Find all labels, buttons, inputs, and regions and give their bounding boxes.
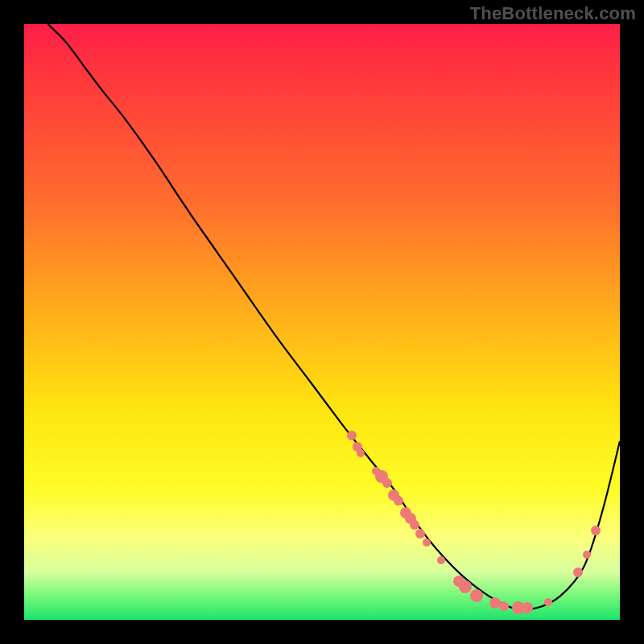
data-point bbox=[591, 526, 601, 535]
data-point bbox=[423, 539, 431, 547]
data-point bbox=[382, 478, 392, 488]
data-point bbox=[394, 496, 403, 506]
data-point bbox=[357, 449, 365, 457]
data-point bbox=[583, 551, 591, 559]
data-point bbox=[437, 556, 445, 564]
data-point bbox=[499, 601, 509, 611]
data-point bbox=[544, 598, 552, 606]
plot-area bbox=[24, 24, 620, 620]
chart-frame: TheBottleneck.com bbox=[0, 0, 644, 644]
data-point bbox=[347, 431, 357, 440]
watermark-text: TheBottleneck.com bbox=[470, 3, 636, 24]
data-point bbox=[522, 602, 533, 613]
scatter-layer bbox=[24, 24, 620, 620]
data-point bbox=[459, 580, 472, 593]
data-point bbox=[470, 589, 483, 602]
data-point bbox=[415, 529, 425, 539]
data-point bbox=[410, 520, 419, 530]
data-point bbox=[573, 568, 583, 577]
